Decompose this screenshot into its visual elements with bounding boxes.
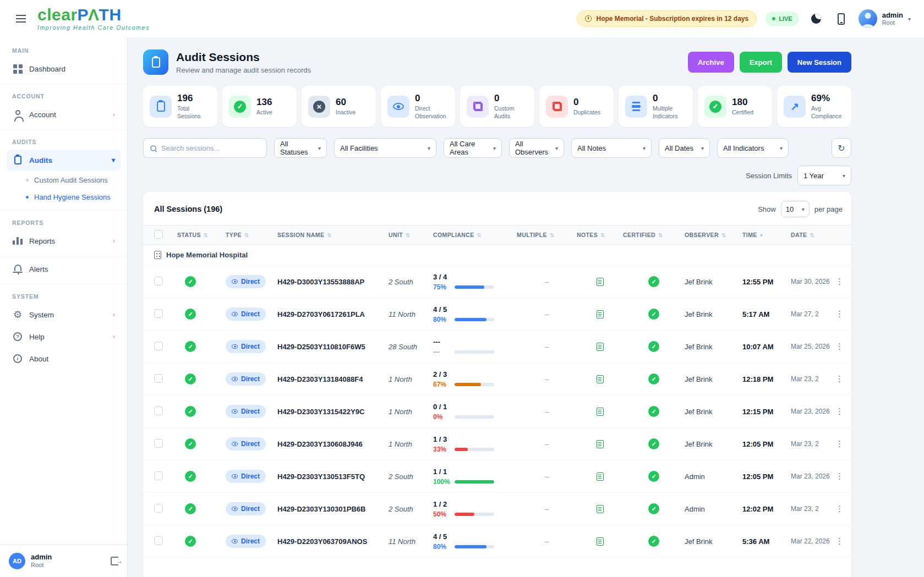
footer-user-name: admin bbox=[31, 553, 52, 562]
table-row[interactable]: Direct H429-D2703Y0617261PLA 11 North 4 … bbox=[143, 298, 851, 331]
compliance-ratio: 4 / 5 bbox=[433, 305, 517, 314]
column-header[interactable]: DATE ⇅ bbox=[791, 232, 833, 238]
column-header[interactable]: MULTIPLE ⇅ bbox=[517, 232, 577, 238]
row-checkbox[interactable] bbox=[154, 536, 163, 545]
certified-icon bbox=[648, 341, 659, 352]
multiple-value: – bbox=[517, 278, 577, 286]
row-checkbox[interactable] bbox=[154, 277, 163, 285]
sidebar-item-alerts[interactable]: Alerts bbox=[7, 259, 121, 279]
row-checkbox[interactable] bbox=[154, 374, 163, 383]
row-menu-button[interactable]: ⋮ bbox=[833, 437, 846, 450]
chevron-down-icon: ▾ bbox=[428, 145, 430, 151]
row-menu-button[interactable]: ⋮ bbox=[833, 534, 846, 548]
sidebar-item-dashboard[interactable]: Dashboard bbox=[7, 58, 121, 79]
session-name: H429-D2303Y13184088F4 bbox=[277, 375, 389, 383]
column-header[interactable]: TIME ▾ bbox=[742, 232, 791, 238]
row-checkbox[interactable] bbox=[154, 439, 163, 448]
filter-dropdown[interactable]: All Indicators ▾ bbox=[717, 138, 789, 158]
mobile-view-button[interactable] bbox=[833, 10, 850, 27]
column-header[interactable]: NOTES ⇅ bbox=[577, 232, 623, 238]
sort-icon: ⇅ bbox=[810, 232, 814, 238]
row-menu-button[interactable]: ⋮ bbox=[833, 274, 846, 288]
stat-label: Avg Compliance bbox=[811, 105, 845, 120]
filter-dropdown[interactable]: All Observers ▾ bbox=[509, 138, 564, 158]
table-row[interactable]: Direct H429-D2203Y063709ANOS 11 North 4 … bbox=[143, 525, 851, 558]
sidebar-item-help[interactable]: Help › bbox=[7, 326, 121, 347]
filter-dropdown[interactable]: All Notes ▾ bbox=[571, 138, 652, 158]
column-header[interactable]: COMPLIANCE ⇅ bbox=[433, 232, 517, 238]
sidebar-item-reports[interactable]: Reports › bbox=[7, 230, 121, 251]
export-button[interactable]: Export bbox=[740, 52, 782, 73]
stat-card: 136 Active bbox=[222, 86, 297, 127]
row-menu-button[interactable]: ⋮ bbox=[833, 307, 846, 321]
compliance-percent: --- bbox=[433, 348, 451, 356]
row-checkbox[interactable] bbox=[154, 471, 163, 480]
unit: 28 South bbox=[389, 343, 433, 351]
column-header[interactable]: UNIT ⇅ bbox=[389, 232, 433, 238]
unit: 2 South bbox=[389, 472, 433, 481]
column-header[interactable]: OBSERVER ⇅ bbox=[685, 232, 742, 238]
multiple-value: – bbox=[517, 537, 577, 546]
session-limits-dropdown[interactable]: 1 Year ▾ bbox=[797, 166, 851, 185]
table-row[interactable]: Direct H429-D2303Y130301PB6B 2 South 1 /… bbox=[143, 493, 851, 525]
table-header-row: STATUS ⇅ TYPE ⇅ SESSION NAME ⇅ bbox=[143, 225, 851, 245]
status-active-icon bbox=[185, 503, 196, 514]
row-checkbox[interactable] bbox=[154, 504, 163, 513]
select-all-checkbox[interactable] bbox=[154, 230, 163, 239]
filter-dropdown[interactable]: All Statuses ▾ bbox=[274, 138, 327, 158]
compliance-bar bbox=[455, 350, 494, 354]
table-row[interactable]: Direct H429-D2303Y13184088F4 1 North 2 /… bbox=[143, 363, 851, 395]
filter-dropdown[interactable]: All Facilities ▾ bbox=[334, 138, 436, 158]
sidebar-item-label: About bbox=[29, 355, 48, 363]
row-menu-button[interactable]: ⋮ bbox=[833, 404, 846, 418]
session-name: H429-D2303Y130513F5TQ bbox=[277, 472, 389, 481]
sidebar-item-label: System bbox=[29, 311, 54, 319]
column-header[interactable]: STATUS ⇅ bbox=[177, 232, 226, 238]
column-header[interactable]: TYPE ⇅ bbox=[226, 232, 277, 238]
row-checkbox[interactable] bbox=[154, 406, 163, 415]
dark-mode-toggle[interactable] bbox=[808, 10, 824, 27]
new-session-button[interactable]: New Session bbox=[788, 52, 851, 73]
row-menu-button[interactable]: ⋮ bbox=[833, 469, 846, 483]
table-row[interactable]: Direct H429-D3003Y13553888AP 2 South 3 /… bbox=[143, 266, 851, 298]
type-badge: Direct bbox=[226, 470, 266, 483]
eye-icon bbox=[232, 474, 238, 479]
sidebar-item-account[interactable]: Account › bbox=[7, 104, 121, 125]
search-input[interactable] bbox=[161, 144, 260, 152]
table-title: All Sessions (196) bbox=[154, 205, 222, 213]
sidebar-item-about[interactable]: About bbox=[7, 348, 121, 369]
archive-button[interactable]: Archive bbox=[688, 52, 734, 73]
sidebar-item-system[interactable]: System › bbox=[7, 304, 121, 325]
column-header[interactable]: CERTIFIED ⇅ bbox=[623, 232, 685, 238]
table-row[interactable]: Direct H429-D2303Y130513F5TQ 2 South 1 /… bbox=[143, 460, 851, 493]
table-row[interactable]: Direct H429-D2503Y110810F6W5 28 South --… bbox=[143, 331, 851, 363]
row-checkbox[interactable] bbox=[154, 309, 163, 318]
filter-dropdown[interactable]: All Care Areas ▾ bbox=[444, 138, 502, 158]
row-menu-button[interactable]: ⋮ bbox=[833, 372, 846, 386]
stat-card: 180 Certified bbox=[698, 86, 772, 127]
logout-icon[interactable] bbox=[111, 557, 118, 565]
compliance-bar-fill bbox=[455, 318, 486, 321]
hamburger-menu-button[interactable] bbox=[13, 11, 29, 26]
compliance-cell: --- --- bbox=[433, 338, 517, 356]
table-row[interactable]: Direct H429-D2303Y130608J946 1 North 1 /… bbox=[143, 428, 851, 460]
status-active-icon bbox=[185, 406, 196, 417]
column-label: SESSION NAME bbox=[277, 232, 324, 238]
filter-dropdown-value: All Facilities bbox=[340, 144, 378, 152]
compliance-bar bbox=[455, 383, 494, 386]
user-menu[interactable]: admin Root ▾ bbox=[859, 9, 911, 28]
filter-dropdown[interactable]: All Dates ▾ bbox=[659, 138, 710, 158]
row-menu-button[interactable]: ⋮ bbox=[833, 339, 846, 353]
page-size-dropdown[interactable]: 10 ▾ bbox=[781, 201, 810, 217]
column-label: NOTES bbox=[577, 232, 598, 238]
row-menu-button[interactable]: ⋮ bbox=[833, 502, 846, 515]
sidebar-item-custom-audit-sessions[interactable]: Custom Audit Sessions bbox=[0, 172, 127, 189]
column-label: STATUS bbox=[177, 232, 201, 238]
type-badge: Direct bbox=[226, 535, 266, 548]
column-header[interactable]: SESSION NAME ⇅ bbox=[277, 232, 389, 238]
refresh-button[interactable]: ↻ bbox=[832, 138, 851, 158]
row-checkbox[interactable] bbox=[154, 342, 163, 350]
table-row[interactable]: Direct H429-D2303Y1315422Y9C 1 North 0 /… bbox=[143, 395, 851, 428]
sidebar-item-audits[interactable]: Audits ▾ bbox=[7, 150, 121, 171]
sidebar-item-hand-hygiene-sessions[interactable]: Hand Hygiene Sessions bbox=[0, 189, 127, 206]
